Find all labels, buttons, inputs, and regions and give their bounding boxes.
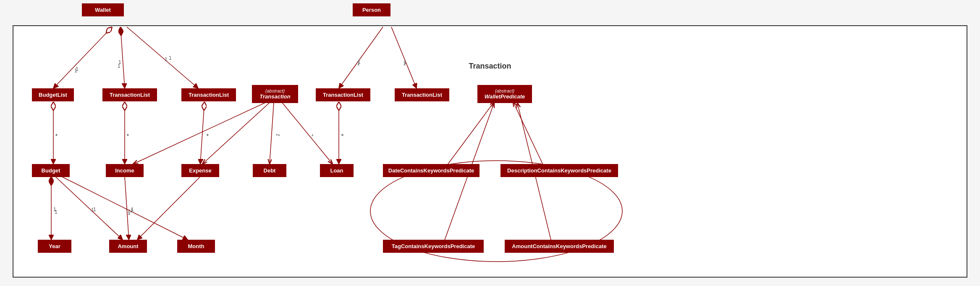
node-budget: Budget [32, 164, 70, 177]
mult-person-tl4: 1 [403, 61, 406, 66]
diagram-title: Transaction [469, 62, 511, 71]
mult-at-loan: * [312, 133, 314, 139]
node-tag-contains-keywords-predicate: TagContainsKeywordsPredicate [383, 240, 484, 253]
node-loan: Loan [320, 164, 354, 177]
node-income: Income [106, 164, 144, 177]
node-transactionlist2: TransactionList [181, 88, 236, 101]
node-date-contains-keywords-predicate: DateContainsKeywordsPredicate [383, 164, 480, 177]
node-amount-contains-keywords-predicate: AmountContainsKeywordsPredicate [505, 240, 614, 253]
node-description-contains-keywords-predicate: DescriptionContainsKeywordsPredicate [500, 164, 618, 177]
node-person: Person [353, 3, 390, 16]
svg-line-18 [133, 103, 265, 164]
svg-line-14 [200, 102, 204, 164]
node-month: Month [177, 240, 215, 253]
node-amount: Amount [109, 240, 147, 253]
svg-line-22 [282, 103, 333, 164]
svg-line-8 [391, 27, 417, 88]
node-wallet: Wallet [82, 3, 124, 16]
svg-text:1: 1 [169, 55, 172, 61]
mult-tl1-income: * [127, 133, 129, 139]
node-expense: Expense [181, 164, 219, 177]
mult-tl3-loan: * [342, 133, 344, 139]
node-abstract-walletpredicate: {abstract} WalletPredicate [477, 85, 532, 103]
mult-budget-amount: 1 [91, 207, 94, 213]
mult-at-debt: * [278, 133, 280, 139]
abstract-label-walletpredicate: {abstract} [482, 88, 527, 93]
svg-line-6 [339, 27, 383, 88]
node-debt: Debt [253, 164, 286, 177]
mult-bl-budget: * [55, 133, 58, 139]
node-transactionlist1: TransactionList [102, 88, 157, 101]
mult-person-tl3: 1 [357, 61, 360, 66]
mult-wallet-tl1: 1 [118, 63, 121, 69]
node-abstract-transaction: {abstract} Transaction [252, 85, 298, 103]
node-transactionlist4: TransactionList [395, 88, 449, 101]
diagram-outer: Wallet Person [0, 0, 980, 286]
diagram-inner: 1 1 1 1 1 * * * * [13, 25, 967, 278]
node-budgetlist: BudgetList [32, 88, 74, 101]
svg-line-19 [202, 103, 270, 164]
mult-budget-year: 1 [55, 209, 58, 215]
mult-budget-month: 1 [130, 208, 133, 214]
svg-line-24 [513, 102, 547, 172]
mult-tl2-expense: * [207, 133, 209, 139]
mult-wallet-budgetlist: 1 [76, 66, 79, 72]
node-year: Year [38, 240, 71, 253]
svg-line-2 [121, 27, 125, 88]
svg-line-4 [127, 27, 198, 88]
node-transactionlist3: TransactionList [316, 88, 370, 101]
abstract-label-transaction: {abstract} [257, 88, 293, 93]
mult-wallet-tl2: 1 [165, 56, 168, 62]
svg-line-16 [270, 103, 274, 164]
svg-line-30 [55, 177, 123, 240]
svg-line-0 [53, 27, 112, 88]
